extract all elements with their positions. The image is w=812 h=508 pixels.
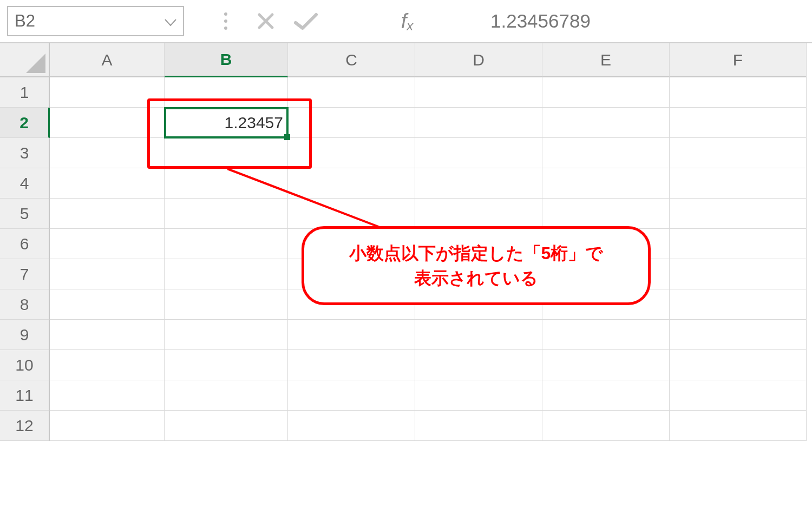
cell[interactable] [415,168,542,199]
cell[interactable] [670,350,807,380]
cell[interactable] [415,411,542,441]
cell[interactable] [415,229,542,259]
col-header-A[interactable]: A [50,43,165,77]
row-header-2[interactable]: 2 [0,108,50,138]
row-header-4[interactable]: 4 [0,168,50,199]
chevron-down-icon[interactable] [165,11,176,31]
cell[interactable] [288,229,415,259]
cell[interactable] [165,350,288,380]
cell[interactable] [288,350,415,380]
col-header-B[interactable]: B [165,43,288,77]
more-icon[interactable] [206,6,246,36]
cell[interactable] [288,168,415,199]
cell[interactable] [165,320,288,350]
cell[interactable] [50,77,165,108]
cell[interactable] [415,108,542,138]
cell[interactable] [670,411,807,441]
cell[interactable] [542,229,670,259]
cell[interactable] [50,138,165,168]
row-header-1[interactable]: 1 [0,77,50,108]
cell[interactable] [542,168,670,199]
cell[interactable] [542,350,670,380]
row-header-8[interactable]: 8 [0,289,50,320]
cell[interactable] [415,320,542,350]
cell[interactable] [670,380,807,411]
cell[interactable] [165,229,288,259]
cell[interactable] [165,259,288,289]
cell[interactable] [165,411,288,441]
cell[interactable] [165,77,288,108]
cell[interactable] [50,320,165,350]
cell[interactable] [670,289,807,320]
cell[interactable] [50,289,165,320]
svg-point-0 [224,12,227,16]
cell[interactable] [50,380,165,411]
cell[interactable] [415,138,542,168]
cell[interactable] [288,108,415,138]
cell[interactable] [288,320,415,350]
row-header-11[interactable]: 11 [0,380,50,411]
cell[interactable] [542,108,670,138]
cell[interactable] [670,138,807,168]
cell[interactable] [415,350,542,380]
col-header-D[interactable]: D [415,43,542,77]
col-header-F[interactable]: F [670,43,807,77]
svg-point-1 [224,19,227,23]
col-header-C[interactable]: C [288,43,415,77]
cell[interactable] [542,411,670,441]
cell[interactable] [50,199,165,229]
row-header-3[interactable]: 3 [0,138,50,168]
cell[interactable] [50,108,165,138]
cell[interactable] [415,199,542,229]
cell[interactable] [542,77,670,108]
cell[interactable] [50,229,165,259]
cell[interactable] [542,259,670,289]
cell-B2[interactable]: 1.23457 [165,108,288,138]
cell[interactable] [288,411,415,441]
cell[interactable] [50,411,165,441]
row-header-10[interactable]: 10 [0,350,50,380]
row-header-9[interactable]: 9 [0,320,50,350]
cell[interactable] [542,199,670,229]
cell[interactable] [288,289,415,320]
cell[interactable] [165,289,288,320]
cell[interactable] [670,77,807,108]
cell[interactable] [415,289,542,320]
select-all-corner[interactable] [0,43,50,77]
namebox[interactable]: B2 [7,6,184,36]
row-header-7[interactable]: 7 [0,259,50,289]
cell[interactable] [542,380,670,411]
formula-input[interactable] [488,6,807,36]
cell[interactable] [415,77,542,108]
cell[interactable] [50,259,165,289]
cell[interactable] [670,108,807,138]
cell[interactable] [670,199,807,229]
cell[interactable] [165,380,288,411]
row-header-6[interactable]: 6 [0,229,50,259]
cell[interactable] [165,199,288,229]
cell[interactable] [415,259,542,289]
cell[interactable] [542,289,670,320]
cell[interactable] [670,168,807,199]
col-header-E[interactable]: E [542,43,670,77]
cell[interactable] [542,320,670,350]
cell[interactable] [50,350,165,380]
cell[interactable] [50,168,165,199]
cell[interactable] [288,77,415,108]
cell[interactable] [288,259,415,289]
cell[interactable] [542,138,670,168]
row-header-12[interactable]: 12 [0,411,50,441]
enter-icon[interactable] [286,6,326,36]
fx-icon[interactable]: fx [326,10,488,33]
cell[interactable] [288,199,415,229]
cell[interactable] [670,320,807,350]
cell[interactable] [415,380,542,411]
cell[interactable] [165,138,288,168]
cell[interactable] [288,138,415,168]
row-header-5[interactable]: 5 [0,199,50,229]
cell[interactable] [165,168,288,199]
cell[interactable] [288,380,415,411]
cell[interactable] [670,259,807,289]
cell[interactable] [670,229,807,259]
cancel-icon[interactable] [246,6,286,36]
